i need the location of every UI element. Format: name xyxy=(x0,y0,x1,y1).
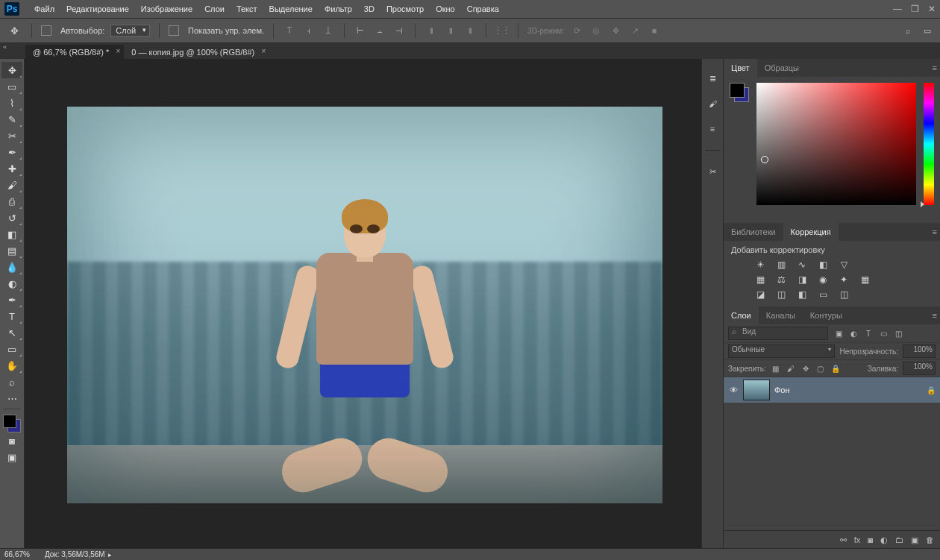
blur-tool[interactable]: 💧 xyxy=(1,259,22,275)
canvas-area[interactable] xyxy=(25,59,701,549)
align-top-icon[interactable]: ⟙ xyxy=(283,24,296,37)
stamp-tool[interactable]: ⎙ xyxy=(1,193,22,210)
lasso-tool[interactable]: ⌇ xyxy=(1,95,22,111)
exposure-icon[interactable]: ◧ xyxy=(816,259,830,271)
opacity-input[interactable]: 100% xyxy=(903,345,936,358)
properties-panel-icon[interactable]: ✂ xyxy=(705,164,720,179)
move-tool[interactable]: ✥ xyxy=(1,62,22,78)
new-layer-icon[interactable]: ▣ xyxy=(911,535,918,545)
tab-paths[interactable]: Контуры xyxy=(803,306,850,324)
screenmode-tool[interactable]: ▣ xyxy=(1,449,22,465)
menu-window[interactable]: Окно xyxy=(430,4,461,13)
posterize-icon[interactable]: ◫ xyxy=(774,289,788,301)
brightness-icon[interactable]: ☀ xyxy=(753,259,767,271)
layer-fx-icon[interactable]: fx xyxy=(854,535,861,544)
invert-icon[interactable]: ◪ xyxy=(753,289,767,301)
fill-input[interactable]: 100% xyxy=(903,362,936,375)
menu-3d[interactable]: 3D xyxy=(358,4,380,13)
threshold-icon[interactable]: ◧ xyxy=(795,289,809,301)
colorlookup-icon[interactable]: ▦ xyxy=(858,274,871,286)
brush-panel-icon[interactable]: 🖌 xyxy=(705,96,720,111)
window-maximize-icon[interactable]: ❐ xyxy=(911,4,919,14)
curves-icon[interactable]: ∿ xyxy=(795,259,809,271)
gradient-tool[interactable]: ▤ xyxy=(1,242,22,259)
vibrance-icon[interactable]: ▽ xyxy=(837,259,850,271)
hue-slider[interactable] xyxy=(924,83,934,205)
lock-all-icon[interactable]: 🔒 xyxy=(830,363,841,374)
quickselect-tool[interactable]: ✎ xyxy=(1,111,22,128)
tab-color[interactable]: Цвет xyxy=(724,59,757,77)
filter-adjust-icon[interactable]: ◐ xyxy=(847,327,859,339)
panel-menu-icon[interactable]: ≡ xyxy=(933,63,937,72)
gradientmap-icon[interactable]: ▭ xyxy=(816,289,830,301)
menu-text[interactable]: Текст xyxy=(231,4,263,13)
brushpresets-panel-icon[interactable]: ≡ xyxy=(705,122,720,136)
search-icon[interactable]: ⌕ xyxy=(901,24,915,37)
tab-libraries[interactable]: Библиотеки xyxy=(724,223,783,241)
tab-layers[interactable]: Слои xyxy=(724,306,759,324)
history-brush-tool[interactable]: ↺ xyxy=(1,210,22,226)
panel-swatches[interactable] xyxy=(730,83,749,102)
crop-tool[interactable]: ✂ xyxy=(1,128,22,144)
menu-image[interactable]: Изображение xyxy=(135,4,198,13)
menu-layers[interactable]: Слои xyxy=(198,4,231,13)
lock-position-icon[interactable]: ✥ xyxy=(800,363,811,374)
window-close-icon[interactable]: ✕ xyxy=(928,4,936,14)
document-tab[interactable]: @ 66,7% (RGB/8#) * × xyxy=(25,45,124,60)
layer-row[interactable]: 👁 Фон 🔒 xyxy=(724,377,940,403)
healing-tool[interactable]: ✚ xyxy=(1,160,22,177)
tab-close-icon[interactable]: × xyxy=(116,47,120,55)
blendmode-dropdown[interactable]: Обычные xyxy=(728,345,835,358)
lock-paint-icon[interactable]: 🖌 xyxy=(786,363,796,374)
history-panel-icon[interactable]: ≣ xyxy=(705,71,720,86)
lock-artboard-icon[interactable]: ▢ xyxy=(815,363,826,374)
channelmixer-icon[interactable]: ✦ xyxy=(837,274,850,286)
layer-mask-icon[interactable]: ◙ xyxy=(868,535,873,544)
distribute-v3-icon[interactable]: ⫴ xyxy=(463,24,477,37)
panel-menu-icon[interactable]: ≡ xyxy=(933,227,937,236)
autoselect-checkbox[interactable] xyxy=(41,25,51,36)
colorbalance-icon[interactable]: ⚖ xyxy=(774,274,788,286)
layer-filter-dropdown[interactable]: ⌕Вид xyxy=(728,327,828,340)
type-tool[interactable]: T xyxy=(1,308,22,324)
3d-roll-icon[interactable]: ◎ xyxy=(589,24,603,37)
hand-tool[interactable]: ✋ xyxy=(1,357,22,374)
show-controls-checkbox[interactable] xyxy=(169,25,179,36)
tab-swatches[interactable]: Образцы xyxy=(757,59,806,77)
distribute-h-icon[interactable]: ⋮⋮ xyxy=(495,24,509,37)
color-field[interactable] xyxy=(756,83,916,205)
menu-help[interactable]: Справка xyxy=(461,4,505,13)
new-group-icon[interactable]: 🗀 xyxy=(895,535,903,544)
shape-tool[interactable]: ▭ xyxy=(1,341,22,357)
zoom-level[interactable]: 66,67% xyxy=(4,550,30,559)
color-swatches[interactable] xyxy=(3,415,21,432)
3d-camera-icon[interactable]: ■ xyxy=(648,24,661,37)
filter-image-icon[interactable]: ▣ xyxy=(833,327,845,339)
layer-thumbnail[interactable] xyxy=(743,380,770,400)
align-right-icon[interactable]: ⊣ xyxy=(392,24,406,37)
eyedrop-tool[interactable]: ✒ xyxy=(1,144,22,160)
photofilter-icon[interactable]: ◉ xyxy=(816,274,830,286)
tabstrip-toggle-icon[interactable]: « xyxy=(3,43,7,51)
bw-icon[interactable]: ◨ xyxy=(795,274,809,286)
menu-view[interactable]: Просмотр xyxy=(380,4,430,13)
layer-name[interactable]: Фон xyxy=(774,386,790,394)
toolbox-edit[interactable]: ⋯ xyxy=(1,390,22,406)
filter-smart-icon[interactable]: ◫ xyxy=(892,327,904,339)
3d-orbit-icon[interactable]: ⟳ xyxy=(570,24,583,37)
pen-tool[interactable]: ✒ xyxy=(1,292,22,308)
menu-edit[interactable]: Редактирование xyxy=(60,4,135,13)
layer-lock-icon[interactable]: 🔒 xyxy=(927,386,936,394)
lock-pixels-icon[interactable]: ▦ xyxy=(771,363,781,374)
delete-layer-icon[interactable]: 🗑 xyxy=(926,535,934,544)
autoselect-dropdown[interactable]: Слой xyxy=(110,25,150,37)
zoom-tool[interactable]: ⌕ xyxy=(1,374,22,390)
dodge-tool[interactable]: ◐ xyxy=(1,275,22,292)
levels-icon[interactable]: ▥ xyxy=(774,259,788,271)
filter-shape-icon[interactable]: ▭ xyxy=(877,327,889,339)
tab-adjustments[interactable]: Коррекция xyxy=(783,223,839,241)
distribute-v1-icon[interactable]: ⫴ xyxy=(424,24,438,37)
menu-select[interactable]: Выделение xyxy=(263,4,319,13)
new-adjustment-icon[interactable]: ◐ xyxy=(880,535,888,545)
document-canvas[interactable] xyxy=(67,107,662,503)
